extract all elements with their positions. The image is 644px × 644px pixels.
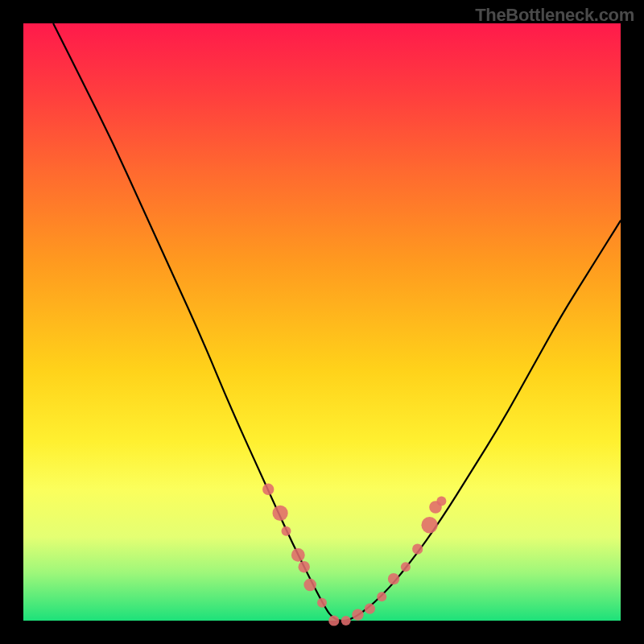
data-marker xyxy=(328,615,339,625)
chart-svg xyxy=(23,23,621,621)
data-marker xyxy=(303,579,316,592)
marker-layer xyxy=(262,484,446,626)
watermark-text: TheBottleneck.com xyxy=(475,5,634,26)
data-marker xyxy=(401,562,411,572)
data-marker xyxy=(352,609,363,620)
data-marker xyxy=(317,598,327,608)
data-marker xyxy=(388,573,399,584)
data-marker xyxy=(365,604,375,614)
chart-frame: TheBottleneck.com xyxy=(0,0,644,644)
data-marker xyxy=(262,484,274,495)
data-marker xyxy=(341,616,351,625)
data-marker xyxy=(299,561,310,572)
data-marker xyxy=(377,592,386,601)
bottleneck-curve xyxy=(53,23,621,621)
plot-area xyxy=(23,23,621,621)
data-marker xyxy=(436,497,446,506)
data-marker xyxy=(282,526,291,536)
data-marker xyxy=(421,517,437,533)
data-marker xyxy=(291,548,305,562)
data-marker xyxy=(412,543,423,554)
data-marker xyxy=(273,506,288,521)
curve-layer xyxy=(53,23,621,621)
